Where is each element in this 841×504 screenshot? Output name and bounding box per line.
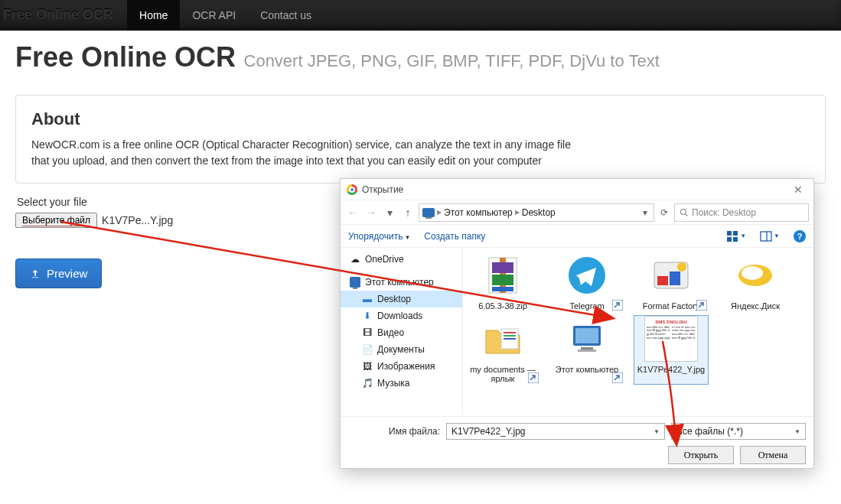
- file-item[interactable]: Яндекс.Диск: [719, 252, 792, 311]
- sidebar-item-downloads[interactable]: ⬇Downloads: [341, 307, 462, 324]
- svg-rect-26: [575, 328, 598, 343]
- svg-rect-9: [492, 275, 513, 285]
- nav-contact[interactable]: Contact us: [248, 0, 324, 31]
- page-title: Free Online OCR: [15, 41, 236, 73]
- shortcut-icon: [696, 300, 707, 311]
- about-text: NewOCR.com is a free online OCR (Optical…: [31, 137, 582, 169]
- filename-input[interactable]: K1V7Pe422_Y.jpg▼: [446, 423, 665, 440]
- upload-icon: [30, 268, 41, 279]
- pc-icon: [350, 277, 360, 288]
- search-input[interactable]: Поиск: Desktop: [674, 203, 809, 222]
- search-icon: [680, 208, 689, 217]
- svg-point-19: [742, 266, 763, 280]
- file-item[interactable]: my documents — ярлык: [466, 316, 539, 384]
- music-icon: 🎵: [362, 378, 373, 389]
- recent-dropdown-icon[interactable]: ▾: [382, 206, 397, 219]
- address-bar[interactable]: ▶ Этот компьютер ▶ Desktop ▾: [419, 203, 654, 222]
- svg-rect-28: [578, 350, 596, 352]
- svg-rect-5: [761, 232, 771, 241]
- telegram-icon: [560, 252, 614, 298]
- download-icon: ⬇: [362, 311, 373, 321]
- open-button[interactable]: Открыть: [668, 446, 734, 464]
- shortcut-icon: [612, 372, 623, 383]
- format-factory-icon: [644, 252, 698, 298]
- file-open-dialog: Открытие ✕ ← → ▾ ↑ ▶ Этот компьютер ▶ De…: [340, 178, 814, 469]
- svg-rect-4: [733, 237, 738, 242]
- desktop-icon: ▬: [362, 294, 373, 304]
- about-panel: About NewOCR.com is a free online OCR (O…: [15, 95, 826, 184]
- selected-filename: K1V7Pe...Y.jpg: [102, 214, 173, 226]
- video-icon: 🎞: [362, 327, 373, 338]
- about-heading: About: [31, 109, 810, 129]
- svg-rect-21: [504, 332, 516, 333]
- svg-rect-8: [492, 262, 513, 273]
- file-pane[interactable]: 6.05.3-38.zip Telegram Format Factory Ян…: [463, 248, 813, 416]
- shortcut-icon: [528, 372, 539, 383]
- svg-rect-10: [492, 287, 513, 291]
- file-item[interactable]: Этот компьютер: [550, 316, 624, 384]
- this-pc-icon: [560, 316, 614, 362]
- new-folder-button[interactable]: Создать папку: [424, 231, 485, 242]
- help-icon[interactable]: ?: [794, 230, 806, 242]
- sidebar-item-onedrive[interactable]: ☁OneDrive: [341, 251, 462, 268]
- preview-pane-button[interactable]: ▼: [760, 230, 780, 242]
- sidebar-item-desktop[interactable]: ▬Desktop: [341, 291, 462, 307]
- svg-rect-14: [657, 276, 668, 285]
- pc-icon: [422, 208, 435, 217]
- page-subtitle: Convert JPEG, PNG, GIF, BMP, TIFF, PDF, …: [244, 51, 660, 70]
- filename-label: Имя файла:: [348, 426, 440, 437]
- nav-home[interactable]: Home: [127, 0, 180, 31]
- doc-icon: 📄: [362, 344, 373, 355]
- refresh-icon[interactable]: ⟳: [657, 207, 671, 218]
- svg-rect-2: [733, 231, 738, 236]
- image-thumb: SMS ENGLISHaaa bbb ccc ddd eee fff ggg h…: [644, 316, 698, 362]
- zip-icon: [476, 252, 530, 298]
- close-icon[interactable]: ✕: [789, 184, 807, 196]
- cancel-button[interactable]: Отмена: [740, 446, 806, 464]
- svg-rect-15: [670, 272, 680, 285]
- back-icon[interactable]: ←: [345, 206, 360, 219]
- sidebar-item-music[interactable]: 🎵Музыка: [341, 375, 462, 392]
- choose-file-button[interactable]: Выберите файл: [15, 213, 97, 228]
- svg-rect-22: [504, 335, 516, 337]
- chrome-icon: [347, 184, 357, 195]
- up-icon[interactable]: ↑: [400, 206, 416, 219]
- filetype-filter[interactable]: Все файлы (*.*)▼: [671, 423, 806, 440]
- folder-icon: [476, 316, 530, 362]
- svg-rect-3: [727, 237, 732, 242]
- file-item[interactable]: Format Factory: [634, 252, 708, 311]
- image-icon: 🖼: [362, 361, 373, 372]
- file-item[interactable]: Telegram: [550, 252, 624, 311]
- brand: Free Online OCR: [0, 7, 127, 23]
- sidebar-item-documents[interactable]: 📄Документы: [341, 341, 462, 358]
- svg-rect-27: [581, 347, 593, 350]
- shortcut-icon: [612, 300, 623, 311]
- svg-rect-23: [504, 338, 516, 340]
- navbar: Free Online OCR Home OCR API Contact us: [0, 0, 841, 31]
- nav-ocr-api[interactable]: OCR API: [180, 0, 248, 31]
- sidebar-item-images[interactable]: 🖼Изображения: [341, 358, 462, 375]
- svg-rect-1: [727, 231, 732, 236]
- svg-point-0: [681, 209, 686, 214]
- yandex-disk-icon: [729, 252, 782, 298]
- path-dropdown-icon[interactable]: ▾: [640, 207, 650, 218]
- file-item-selected[interactable]: SMS ENGLISHaaa bbb ccc ddd eee fff ggg h…: [634, 316, 708, 384]
- view-mode-button[interactable]: ▼: [726, 230, 746, 242]
- forward-icon[interactable]: →: [363, 206, 379, 219]
- organize-menu[interactable]: Упорядочить▼: [348, 231, 410, 242]
- file-item[interactable]: 6.05.3-38.zip: [466, 252, 539, 311]
- sidebar-item-this-pc[interactable]: Этот компьютер: [341, 274, 462, 291]
- cloud-icon: ☁: [350, 254, 360, 265]
- dialog-title: Открытие: [362, 184, 789, 195]
- svg-point-16: [677, 262, 686, 272]
- sidebar-item-video[interactable]: 🎞Видео: [341, 324, 462, 341]
- preview-button[interactable]: Preview: [15, 259, 102, 288]
- sidebar: ☁OneDrive Этот компьютер ▬Desktop ⬇Downl…: [341, 248, 463, 416]
